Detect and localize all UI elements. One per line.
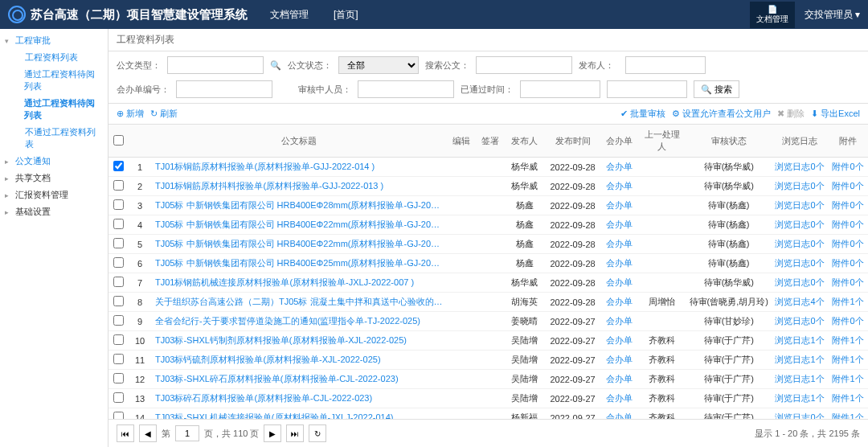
row-title[interactable]: TJ03标-SHXL钙制剂原材料报验单(原材料报验单-XJL-2022-025) xyxy=(152,331,447,351)
row-title[interactable]: TJ05标 中新钢铁集团有限公司 HRB400EΦ22mm(原材料报验单-GJ-… xyxy=(152,235,447,254)
table-row[interactable]: 3TJ05标 中新钢铁集团有限公司 HRB400EΦ28mm(原材料报验单-GJ… xyxy=(108,196,868,215)
row-checkbox[interactable] xyxy=(113,199,124,210)
table-row[interactable]: 7TJ01标钢筋机械连接原材料报验单(原材料报验单-JXLJ-2022-007 … xyxy=(108,273,868,293)
row-title[interactable]: TJ01标钢筋机械连接原材料报验单(原材料报验单-JXLJ-2022-007 ) xyxy=(152,273,447,293)
row-checkbox[interactable] xyxy=(113,257,124,268)
row-title[interactable]: 全省会纪行-关于要求暂停道染施工的通知(监理指令单-TJ-2022-025) xyxy=(152,312,447,331)
row-huiban[interactable]: 会办单 xyxy=(601,351,638,370)
row-title[interactable]: TJ03标碎石原材料报验单(原材料报验单-CJL-2022-023) xyxy=(152,389,447,408)
row-browse[interactable]: 浏览日志1个 xyxy=(772,331,828,351)
row-attach[interactable]: 附件0个 xyxy=(828,312,868,331)
table-row[interactable]: 9全省会纪行-关于要求暂停道染施工的通知(监理指令单-TJ-2022-025)姜… xyxy=(108,312,868,331)
row-attach[interactable]: 附件0个 xyxy=(828,215,868,235)
pager-input[interactable] xyxy=(175,425,199,441)
row-attach[interactable]: 附件0个 xyxy=(828,254,868,273)
batch-review-button[interactable]: ✔批量审核 xyxy=(620,108,665,120)
sidebar-item-0[interactable]: ▾工程审批 xyxy=(0,32,108,49)
row-attach[interactable]: 附件0个 xyxy=(828,196,868,215)
table-row[interactable]: 10TJ03标-SHXL钙制剂原材料报验单(原材料报验单-XJL-2022-02… xyxy=(108,331,868,351)
add-button[interactable]: ⊕新增 xyxy=(117,108,144,120)
row-huiban[interactable]: 会办单 xyxy=(601,389,638,408)
row-attach[interactable]: 附件1个 xyxy=(828,293,868,312)
input-passed-from[interactable] xyxy=(520,80,600,98)
sidebar-item-5[interactable]: ▸公文通知 xyxy=(0,153,108,170)
table-row[interactable]: 8关于组织苏台高速公路（二期）TJ05标 混凝土集中拌和真送中心验收的邀请函(会… xyxy=(108,293,868,312)
col-huiban[interactable]: 会办单 xyxy=(601,125,638,158)
row-huiban[interactable]: 会办单 xyxy=(601,235,638,254)
input-publisher[interactable] xyxy=(625,56,706,74)
row-attach[interactable]: 附件1个 xyxy=(828,370,868,389)
col-next[interactable]: 上一处理人 xyxy=(638,125,686,158)
row-huiban[interactable]: 会办单 xyxy=(601,177,638,196)
row-checkbox[interactable] xyxy=(113,315,124,326)
row-huiban[interactable]: 会办单 xyxy=(601,196,638,215)
row-browse[interactable]: 浏览日志0个 xyxy=(772,196,828,215)
sidebar-item-4[interactable]: 不通过工程资料列表 xyxy=(0,124,108,153)
table-row[interactable]: 1TJ01标铜筋原材料报验单(原材料报验单-GJJ-2022-014 )杨华威2… xyxy=(108,158,868,177)
row-browse[interactable]: 浏览日志0个 xyxy=(772,408,828,420)
row-checkbox[interactable] xyxy=(113,354,124,364)
tab-doc-mgmt[interactable]: 文档管理 xyxy=(264,5,315,25)
sidebar-item-7[interactable]: ▸汇报资料管理 xyxy=(0,187,108,203)
row-huiban[interactable]: 会办单 xyxy=(601,254,638,273)
col-edit[interactable]: 编辑 xyxy=(447,125,476,158)
search-button[interactable]: 🔍搜索 xyxy=(694,80,739,98)
row-attach[interactable]: 附件1个 xyxy=(828,389,868,408)
row-browse[interactable]: 浏览日志4个 xyxy=(772,293,828,312)
row-title[interactable]: TJ05标 中新钢铁集团有限公司 HRB400EΦ28mm(原材料报验单-GJ-… xyxy=(152,196,447,215)
col-title[interactable]: 公文标题 xyxy=(152,125,447,158)
row-browse[interactable]: 浏览日志0个 xyxy=(772,235,828,254)
row-huiban[interactable]: 会办单 xyxy=(601,408,638,420)
table-row[interactable]: 6TJ05标 中新钢铁集团有限公司 HRB400EΦ25mm(原材料报验单-GJ… xyxy=(108,254,868,273)
row-attach[interactable]: 附件0个 xyxy=(828,158,868,177)
col-pubtime[interactable]: 发布时间 xyxy=(545,125,601,158)
table-row[interactable]: 11TJ03标钙硫剂原材料报验单(原材料报验单-XJL-2022-025)吴陆增… xyxy=(108,351,868,370)
row-huiban[interactable]: 会办单 xyxy=(601,215,638,235)
sidebar-item-2[interactable]: 通过工程资料待阅列表 xyxy=(0,66,108,95)
row-checkbox[interactable] xyxy=(113,296,124,306)
row-browse[interactable]: 浏览日志1个 xyxy=(772,370,828,389)
row-checkbox[interactable] xyxy=(113,238,124,248)
col-attach[interactable]: 附件 xyxy=(828,125,868,158)
row-attach[interactable]: 附件1个 xyxy=(828,331,868,351)
sidebar-item-6[interactable]: ▸共享文档 xyxy=(0,170,108,187)
row-browse[interactable]: 浏览日志0个 xyxy=(772,273,828,293)
search-icon-type[interactable]: 🔍 xyxy=(270,60,281,71)
col-publisher[interactable]: 发布人 xyxy=(505,125,545,158)
row-title[interactable]: TJ01标铜筋原材抖料报验单(原材料报验单-GJJ-2022-013 ) xyxy=(152,177,447,196)
row-attach[interactable]: 附件1个 xyxy=(828,408,868,420)
row-browse[interactable]: 浏览日志1个 xyxy=(772,351,828,370)
row-browse[interactable]: 浏览日志0个 xyxy=(772,312,828,331)
input-reviewer[interactable] xyxy=(358,80,454,98)
input-type[interactable] xyxy=(167,56,264,74)
header-doc-icon[interactable]: 📄 文档管理 xyxy=(750,2,795,28)
row-checkbox[interactable] xyxy=(113,334,124,345)
table-row[interactable]: 5TJ05标 中新钢铁集团有限公司 HRB400EΦ22mm(原材料报验单-GJ… xyxy=(108,235,868,254)
row-browse[interactable]: 浏览日志1个 xyxy=(772,389,828,408)
row-checkbox[interactable] xyxy=(113,392,124,403)
row-browse[interactable]: 浏览日志0个 xyxy=(772,158,828,177)
row-huiban[interactable]: 会办单 xyxy=(601,331,638,351)
row-title[interactable]: TJ03标-SHXL碎石原材料报验单(原材料报验单-CJL-2022-023) xyxy=(152,370,447,389)
pager-prev[interactable]: ◀ xyxy=(139,424,157,442)
row-title[interactable]: TJ03标-SHXL机械连接报验单(原材料报验单-JXLJ-2022-014) xyxy=(152,408,447,420)
pager-first[interactable]: ⏮ xyxy=(117,424,134,442)
pager-refresh[interactable]: ↻ xyxy=(309,424,326,442)
row-checkbox[interactable] xyxy=(113,373,124,383)
export-button[interactable]: ⬇导出Excel xyxy=(811,108,860,120)
row-attach[interactable]: 附件0个 xyxy=(828,235,868,254)
table-row[interactable]: 12TJ03标-SHXL碎石原材料报验单(原材料报验单-CJL-2022-023… xyxy=(108,370,868,389)
row-browse[interactable]: 浏览日志0个 xyxy=(772,177,828,196)
table-row[interactable]: 2TJ01标铜筋原材抖料报验单(原材料报验单-GJJ-2022-013 )杨华威… xyxy=(108,177,868,196)
row-title[interactable]: TJ05标 中新钢铁集团有限公司 HRB400EΦ22mm(原材料报验单-GJ-… xyxy=(152,215,447,235)
row-attach[interactable]: 附件0个 xyxy=(828,177,868,196)
sidebar-item-1[interactable]: 工程资料列表 xyxy=(0,49,108,66)
row-title[interactable]: TJ05标 中新钢铁集团有限公司 HRB400EΦ25mm(原材料报验单-GJ-… xyxy=(152,254,447,273)
col-review[interactable]: 审核状态 xyxy=(686,125,772,158)
row-title[interactable]: TJ01标铜筋原材料报验单(原材料报验单-GJJ-2022-014 ) xyxy=(152,158,447,177)
refresh-button[interactable]: ↻刷新 xyxy=(150,108,178,120)
row-checkbox[interactable] xyxy=(113,412,124,419)
table-row[interactable]: 13TJ03标碎石原材料报验单(原材料报验单-CJL-2022-023)吴陆增2… xyxy=(108,389,868,408)
input-search[interactable] xyxy=(476,56,572,74)
input-passed-to[interactable] xyxy=(607,80,687,98)
